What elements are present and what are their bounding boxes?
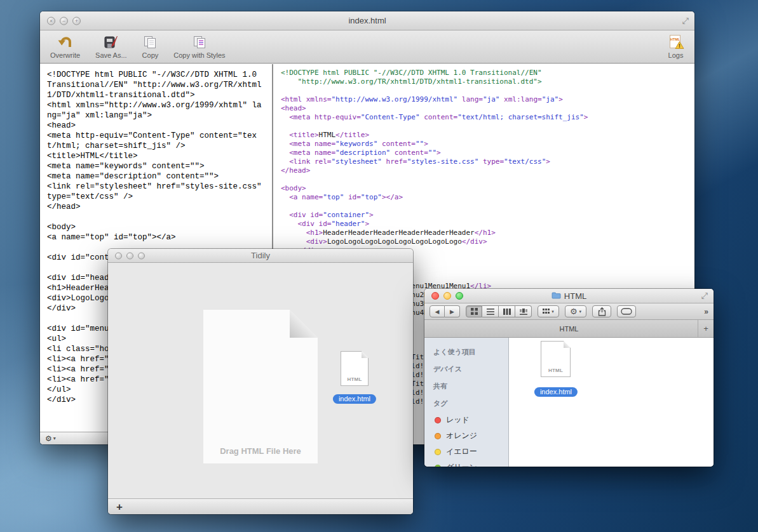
sidebar-section-favorites: よく使う項目 bbox=[424, 343, 508, 361]
sidebar-item-tag-orange[interactable]: オレンジ bbox=[424, 428, 508, 444]
selected-file-name[interactable]: index.html bbox=[534, 387, 578, 397]
fullscreen-icon[interactable]: ⤢ bbox=[701, 291, 708, 301]
svg-text:!: ! bbox=[679, 43, 680, 49]
sidebar-item-tag-yellow[interactable]: イエロー bbox=[424, 444, 508, 460]
tidily-bottombar: + bbox=[108, 498, 413, 514]
finder-sidebar: よく使う項目 デバイス 共有 タグ レッド オレンジ イエロー bbox=[424, 338, 509, 467]
finder-window-title: HTML bbox=[552, 291, 586, 301]
copy-label: Copy bbox=[142, 51, 159, 59]
overwrite-button[interactable]: Overwrite bbox=[50, 33, 80, 59]
view-switcher bbox=[466, 305, 532, 317]
green-tag-dot-icon bbox=[435, 465, 441, 467]
window-controls: × − + bbox=[47, 17, 81, 25]
html-file-icon[interactable]: HTML bbox=[341, 351, 369, 386]
editor-toolbar: Overwrite Save As... bbox=[40, 30, 694, 63]
file-fold-decoration bbox=[564, 341, 571, 348]
finder-body: よく使う項目 デバイス 共有 タグ レッド オレンジ イエロー bbox=[424, 338, 714, 467]
red-tag-dot-icon bbox=[435, 417, 441, 423]
close-button[interactable] bbox=[115, 252, 122, 259]
share-button[interactable] bbox=[592, 305, 611, 317]
file-fold-decoration bbox=[362, 351, 369, 358]
copy-with-styles-icon bbox=[192, 33, 207, 51]
fullscreen-icon[interactable]: ⤢ bbox=[682, 16, 689, 26]
navigation-buttons: ◀ ▶ bbox=[430, 305, 460, 317]
finder-tab-bar: HTML + bbox=[424, 320, 714, 338]
save-as-label: Save As... bbox=[95, 51, 127, 59]
zoom-button[interactable]: + bbox=[72, 17, 81, 25]
tags-button[interactable] bbox=[617, 305, 636, 317]
save-as-button[interactable]: Save As... bbox=[95, 33, 127, 59]
sidebar-item-tag-green[interactable]: グリーン bbox=[424, 460, 508, 467]
window-controls bbox=[431, 292, 463, 300]
add-file-button[interactable]: + bbox=[116, 502, 123, 512]
editor-window-title: index.html bbox=[348, 16, 386, 25]
finder-window: HTML ⤢ ◀ ▶ bbox=[424, 289, 714, 467]
gear-icon: ⚙ bbox=[570, 307, 578, 316]
back-button[interactable]: ◀ bbox=[430, 305, 445, 317]
copy-with-styles-button[interactable]: Copy with Styles bbox=[173, 33, 225, 59]
tidily-window-title: Tidily bbox=[251, 251, 270, 260]
gear-icon[interactable]: ⚙ bbox=[45, 434, 52, 443]
icon-view-button[interactable] bbox=[466, 305, 482, 317]
finder-titlebar[interactable]: HTML ⤢ bbox=[424, 289, 714, 303]
html-file-icon[interactable]: HTML bbox=[541, 341, 571, 377]
page-fold-decoration bbox=[290, 310, 318, 338]
action-menu-button[interactable]: ⚙ ▾ bbox=[565, 305, 586, 317]
forward-button[interactable]: ▶ bbox=[445, 305, 460, 317]
file-type-label: HTML bbox=[548, 368, 563, 373]
save-as-icon bbox=[103, 33, 119, 51]
column-view-button[interactable] bbox=[499, 305, 515, 317]
coverflow-view-button[interactable] bbox=[515, 305, 532, 317]
minimize-button[interactable]: − bbox=[60, 17, 68, 25]
overwrite-label: Overwrite bbox=[50, 51, 80, 59]
zoom-button[interactable] bbox=[456, 292, 463, 300]
chevron-down-icon: ▾ bbox=[579, 309, 582, 314]
close-button[interactable] bbox=[431, 292, 439, 300]
tab-html[interactable]: HTML bbox=[560, 325, 579, 333]
chevron-down-icon: ▾ bbox=[552, 309, 554, 314]
sidebar-section-devices: デバイス bbox=[424, 361, 508, 378]
copy-with-styles-label: Copy with Styles bbox=[173, 51, 225, 59]
toolbar-overflow-chevron[interactable]: » bbox=[704, 307, 708, 316]
svg-text:HTML: HTML bbox=[670, 37, 680, 41]
yellow-tag-dot-icon bbox=[435, 449, 441, 455]
logs-button[interactable]: HTML ! Logs bbox=[667, 33, 684, 59]
copy-button[interactable]: Copy bbox=[142, 33, 159, 59]
minimize-button[interactable] bbox=[126, 252, 133, 259]
minimize-button[interactable] bbox=[443, 292, 451, 300]
finder-file-area[interactable]: HTML index.html bbox=[509, 338, 714, 467]
tidily-titlebar[interactable]: Tidily bbox=[108, 249, 413, 263]
list-view-button[interactable] bbox=[482, 305, 499, 317]
sidebar-item-tag-red[interactable]: レッド bbox=[424, 412, 508, 428]
window-controls bbox=[115, 252, 145, 259]
copy-icon bbox=[142, 33, 158, 51]
undo-arrow-icon bbox=[57, 33, 74, 51]
zoom-button[interactable] bbox=[138, 252, 145, 259]
chevron-down-icon: ▾ bbox=[53, 436, 56, 441]
close-button[interactable]: × bbox=[47, 17, 55, 25]
logs-icon: HTML ! bbox=[667, 33, 684, 51]
finder-toolbar: ◀ ▶ bbox=[424, 303, 714, 320]
arrange-menu-button[interactable]: ▾ bbox=[538, 305, 559, 317]
drop-zone-hint: Drag HTML File Here bbox=[203, 446, 318, 456]
folder-icon bbox=[552, 291, 561, 301]
editor-titlebar[interactable]: × − + index.html ⤢ bbox=[40, 11, 694, 30]
new-tab-button[interactable]: + bbox=[698, 320, 714, 337]
selected-file-name[interactable]: index.html bbox=[333, 394, 376, 404]
logs-label: Logs bbox=[668, 51, 684, 59]
file-type-label: HTML bbox=[347, 376, 362, 382]
tidily-window: Tidily Drag HTML File Here HTML index.ht… bbox=[108, 249, 413, 514]
sidebar-section-tags: タグ bbox=[424, 395, 508, 412]
sidebar-section-shared: 共有 bbox=[424, 378, 508, 395]
orange-tag-dot-icon bbox=[435, 433, 441, 439]
